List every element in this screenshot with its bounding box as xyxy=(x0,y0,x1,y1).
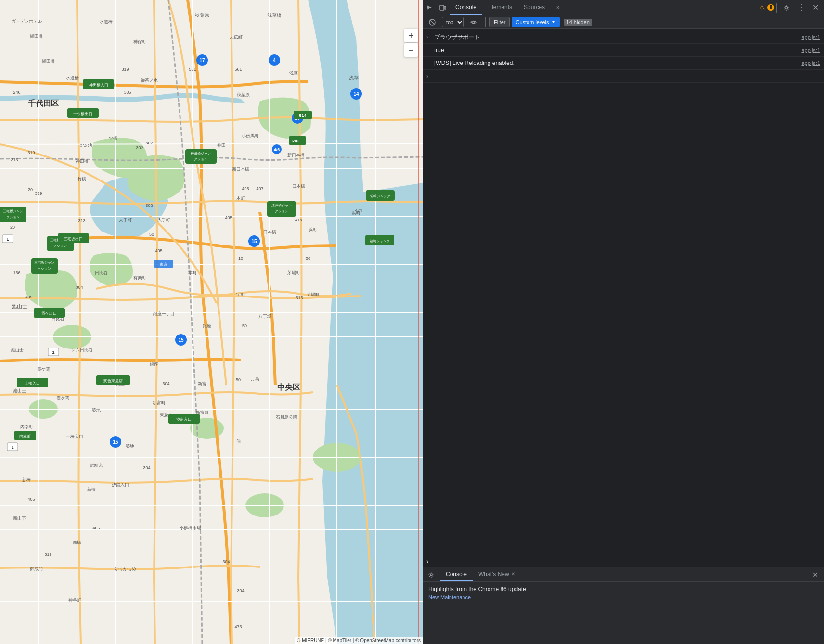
svg-text:302: 302 xyxy=(145,141,153,145)
svg-text:409: 409 xyxy=(25,295,32,299)
console-input[interactable] xyxy=(433,558,820,565)
svg-text:神田: 神田 xyxy=(217,143,226,148)
svg-text:池山士: 池山士 xyxy=(13,388,26,393)
console-context-select[interactable]: top xyxy=(442,17,464,27)
svg-text:築地: 築地 xyxy=(126,444,134,449)
svg-text:大手町: 大手町 xyxy=(157,218,170,222)
inspect-icon-btn[interactable] xyxy=(423,1,436,14)
svg-text:霞ケ出口: 霞ケ出口 xyxy=(41,311,57,316)
device-toggle-btn[interactable] xyxy=(436,1,450,14)
svg-text:新山下: 新山下 xyxy=(13,516,26,521)
source-link[interactable]: app.js:1 xyxy=(801,59,820,67)
console-expand-row[interactable]: › xyxy=(423,70,824,83)
svg-text:浜離宮: 浜離宮 xyxy=(90,463,103,468)
svg-text:八丁堀: 八丁堀 xyxy=(258,314,271,319)
console-output[interactable]: › ブラウザサポート app.js:1 true app.js:1 [WDS] … xyxy=(423,29,824,555)
svg-text:50: 50 xyxy=(242,323,247,328)
tab-more[interactable]: » xyxy=(551,0,566,15)
svg-text:月島: 月島 xyxy=(251,376,259,381)
whats-new-close-btn[interactable]: ✕ xyxy=(511,571,515,577)
settings-btn[interactable] xyxy=(780,1,793,14)
svg-text:319: 319 xyxy=(35,191,42,196)
expand-icon[interactable]: › xyxy=(426,72,429,80)
svg-rect-177 xyxy=(440,5,444,10)
svg-text:304: 304 xyxy=(143,465,150,470)
tab-sources[interactable]: Sources xyxy=(518,0,551,15)
zoom-out-button[interactable]: − xyxy=(404,43,418,57)
svg-text:池山士: 池山士 xyxy=(12,303,27,309)
close-devtools-btn[interactable]: ✕ xyxy=(809,1,822,14)
svg-text:304: 304 xyxy=(76,285,83,290)
svg-text:箱崎ジャンク: 箱崎ジャンク xyxy=(370,194,390,198)
svg-text:20: 20 xyxy=(10,225,15,230)
svg-text:銀座一丁目: 銀座一丁目 xyxy=(153,311,175,316)
svg-text:313: 313 xyxy=(78,219,85,223)
clear-console-btn[interactable] xyxy=(425,17,440,27)
source-link[interactable]: app.js:1 xyxy=(801,33,820,41)
more-options-btn[interactable]: ⋮ xyxy=(794,1,808,14)
bottom-tab-console[interactable]: Console xyxy=(440,567,473,581)
svg-text:166: 166 xyxy=(13,270,20,275)
svg-text:新橋: 新橋 xyxy=(22,477,31,482)
svg-text:516: 516 xyxy=(291,139,298,143)
filter-btn[interactable]: Filter xyxy=(489,17,510,27)
svg-text:561: 561 xyxy=(234,67,242,72)
svg-text:クション: クション xyxy=(275,209,288,213)
svg-text:302: 302 xyxy=(136,145,143,150)
console-message: › ブラウザサポート app.js:1 xyxy=(423,31,824,44)
svg-text:飯田橋: 飯田橋 xyxy=(30,34,43,39)
bottom-tab-whats-new[interactable]: What's New ✕ xyxy=(473,567,521,581)
svg-point-183 xyxy=(430,574,432,576)
svg-text:405: 405 xyxy=(242,186,249,191)
svg-text:佃: 佃 xyxy=(236,439,241,444)
svg-text:473: 473 xyxy=(234,624,242,629)
tab-console[interactable]: Console xyxy=(450,0,482,15)
svg-point-179 xyxy=(785,6,788,9)
svg-text:474: 474 xyxy=(355,208,362,213)
devtools-toolbar: Console Elements Sources » ⚠ 8 xyxy=(423,0,824,15)
warning-btn[interactable]: ⚠ 8 xyxy=(760,1,773,14)
svg-text:1: 1 xyxy=(6,237,9,242)
svg-text:4/6: 4/6 xyxy=(274,147,280,152)
svg-text:405: 405 xyxy=(27,497,35,502)
map-attribution: © MIERUNE | © MapTiler | © OpenStreetMap… xyxy=(295,637,423,644)
source-link[interactable]: app.js:1 xyxy=(801,46,820,54)
svg-text:大手町: 大手町 xyxy=(119,218,132,222)
svg-text:秋葉原: 秋葉原 xyxy=(195,13,209,18)
svg-text:クション: クション xyxy=(6,215,20,219)
svg-text:中央区: 中央区 xyxy=(277,383,300,391)
svg-rect-178 xyxy=(444,6,446,9)
svg-text:石川島公園: 石川島公園 xyxy=(276,415,297,420)
prompt-indicator: › xyxy=(426,557,429,565)
whats-new-subtitle: New Maintenance xyxy=(428,594,818,600)
svg-text:千代田区: 千代田区 xyxy=(28,99,59,107)
log-levels-btn[interactable]: Custom levels xyxy=(512,17,559,27)
svg-text:霞ケ関: 霞ケ関 xyxy=(37,367,50,372)
bottom-console-content: Highlights from the Chrome 86 update New… xyxy=(423,582,824,644)
svg-text:神田橋: 神田橋 xyxy=(76,159,89,164)
svg-text:茅場町: 茅場町 xyxy=(307,292,320,297)
svg-text:1: 1 xyxy=(11,445,13,450)
svg-text:築地: 築地 xyxy=(92,408,101,412)
expand-arrow[interactable]: › xyxy=(426,33,428,41)
svg-text:319: 319 xyxy=(121,67,129,72)
svg-text:1: 1 xyxy=(52,350,54,355)
whats-new-title: Highlights from the Chrome 86 update xyxy=(428,586,818,592)
console-message: true app.js:1 xyxy=(423,44,824,57)
svg-text:秋葉原: 秋葉原 xyxy=(237,92,250,97)
svg-text:405: 405 xyxy=(155,248,162,253)
tab-elements[interactable]: Elements xyxy=(482,0,518,15)
svg-text:405: 405 xyxy=(225,215,232,220)
close-drawer-btn[interactable]: ✕ xyxy=(809,568,822,581)
live-expressions-btn[interactable] xyxy=(466,17,481,27)
warning-count: 8 xyxy=(767,4,775,11)
svg-text:神田橋ジャン: 神田橋ジャン xyxy=(191,152,211,155)
svg-text:405: 405 xyxy=(92,526,100,530)
svg-text:飯田橋: 飯田橋 xyxy=(42,59,55,64)
svg-text:変色東急店: 変色東急店 xyxy=(103,379,123,383)
zoom-in-button[interactable]: + xyxy=(404,29,418,42)
svg-text:江戸橋ジャン: 江戸橋ジャン xyxy=(271,204,292,207)
svg-text:三宅坂ジャン: 三宅坂ジャン xyxy=(3,209,23,213)
drawer-settings-btn[interactable] xyxy=(425,568,438,581)
svg-text:クション: クション xyxy=(194,157,207,161)
